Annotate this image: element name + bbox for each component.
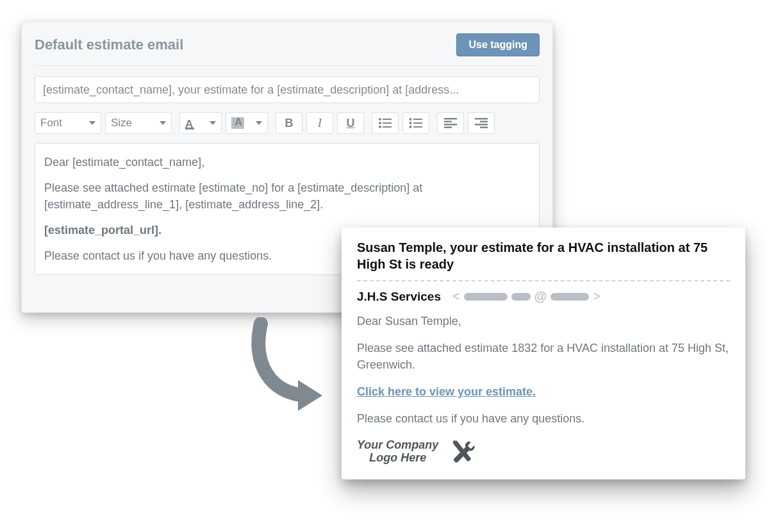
highlight-color-button[interactable]: A [226,112,268,134]
toolbar-group-font: Font Size [35,112,172,134]
redacted-text [550,293,589,301]
preview-body: Dear Susan Temple, Please see attached e… [357,313,730,427]
underline-button[interactable]: U [337,112,364,134]
align-left-button[interactable] [437,112,464,134]
wrench-screwdriver-icon [447,437,475,465]
toolbar-group-align [437,112,495,134]
editor-header: Default estimate email Use tagging [35,33,540,66]
logo-placeholder-text: Your Company Logo Here [357,438,438,465]
svg-rect-9 [413,122,422,124]
italic-button[interactable]: I [306,112,333,134]
svg-rect-19 [480,127,488,129]
text-color-icon: A [185,117,194,129]
body-paragraph: Please see attached estimate [estimate_n… [44,179,530,213]
divider [357,280,730,281]
svg-rect-12 [444,118,457,120]
toolbar-group-style: B I U [276,112,364,134]
preview-greeting: Dear Susan Temple, [357,313,730,329]
company-logo-placeholder: Your Company Logo Here [357,437,730,465]
svg-rect-16 [475,118,488,120]
editor-title: Default estimate email [35,37,183,53]
preview-from-row: J.H.S Services < @ > [357,289,730,304]
email-preview-panel: Susan Temple, your estimate for a HVAC i… [342,228,745,479]
align-right-button[interactable] [468,112,495,134]
align-right-icon [475,118,488,128]
highlight-color-icon: A [231,117,244,129]
svg-rect-8 [409,122,411,124]
font-size-select[interactable]: Size [105,112,172,134]
svg-rect-17 [480,121,488,123]
logo-text-line: Your Company [357,438,438,451]
svg-rect-1 [383,119,392,120]
svg-rect-7 [413,119,422,120]
svg-rect-11 [413,126,422,128]
toolbar-group-color: A A [179,112,268,134]
svg-rect-13 [444,121,452,123]
rich-text-toolbar: Font Size A A [35,112,540,134]
text-color-button[interactable]: A [179,112,222,134]
view-estimate-link[interactable]: Click here to view your estimate. [357,385,536,398]
svg-rect-6 [409,118,411,121]
chevron-down-icon [89,121,95,125]
svg-rect-3 [383,122,392,124]
bold-icon: B [285,117,294,130]
chevron-down-icon [256,121,262,125]
svg-point-0 [379,118,381,121]
numbered-list-button[interactable] [402,112,429,134]
font-family-label: Font [40,117,62,129]
svg-point-2 [379,122,381,124]
preview-paragraph: Please see attached estimate 1832 for a … [357,340,730,373]
preview-from-name: J.H.S Services [357,290,441,304]
svg-rect-15 [444,127,452,129]
svg-rect-5 [383,126,392,128]
preview-closing: Please contact us if you have any questi… [357,410,730,427]
preview-from-email-placeholder: < @ > [452,289,600,304]
redacted-text [464,293,508,301]
align-left-icon [444,118,457,128]
use-tagging-button[interactable]: Use tagging [456,33,540,56]
logo-text-line: Logo Here [369,451,426,464]
svg-rect-14 [444,124,457,126]
preview-subject: Susan Temple, your estimate for a HVAC i… [357,239,730,272]
font-family-select[interactable]: Font [35,112,101,134]
svg-rect-18 [475,124,488,126]
numbered-list-icon [409,118,422,128]
bullet-list-button[interactable] [372,112,399,134]
svg-point-4 [379,126,381,128]
chevron-down-icon [210,121,216,125]
bullet-list-icon [379,118,392,128]
arrow-icon [240,317,330,413]
font-size-label: Size [111,117,132,129]
subject-input[interactable] [35,76,540,103]
underline-icon: U [347,117,355,130]
svg-rect-10 [409,126,411,128]
body-greeting: Dear [estimate_contact_name], [44,154,530,170]
bold-button[interactable]: B [276,112,302,134]
chevron-down-icon [160,121,166,125]
toolbar-group-list [372,112,429,134]
redacted-text [511,293,531,301]
italic-icon: I [318,116,322,130]
